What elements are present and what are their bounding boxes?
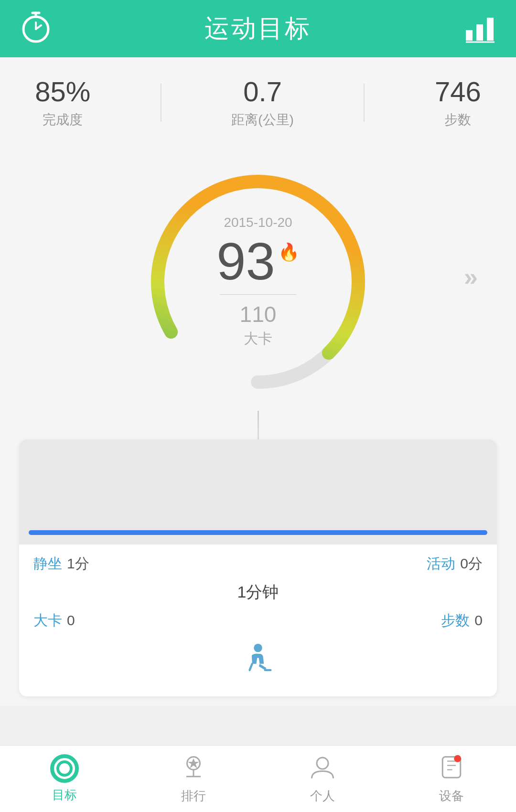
app-header: 运动目标	[0, 0, 516, 57]
progress-circle-section: 2015-10-20 93 🔥 110 大卡 »	[0, 143, 516, 411]
stat-steps: 746 步数	[435, 76, 481, 129]
profile-icon	[308, 753, 337, 784]
calories-value: 0	[67, 612, 75, 629]
nav-item-device[interactable]: 设备	[437, 753, 466, 804]
activity-duration: 1分钟	[33, 581, 483, 603]
stats-row: 85% 完成度 0.7 距离(公里) 746 步数	[0, 57, 516, 143]
svg-line-12	[250, 664, 252, 670]
ranking-icon	[179, 753, 208, 784]
circle-goal: 110	[216, 301, 299, 327]
calories-cell: 大卡 0	[33, 611, 75, 630]
stats-divider-2	[364, 84, 365, 122]
activity-steps-value: 0	[474, 612, 483, 629]
stat-completion: 85% 完成度	[35, 76, 90, 129]
activity-steps-label: 步数	[441, 611, 470, 630]
nav-label-profile: 个人	[310, 788, 335, 804]
nav-item-profile[interactable]: 个人	[308, 753, 337, 804]
nav-item-target[interactable]: 目标	[50, 754, 79, 803]
svg-point-11	[254, 644, 262, 652]
nav-label-target: 目标	[52, 787, 77, 803]
activity-row-2: 大卡 0 步数 0	[33, 611, 483, 630]
stat-distance: 0.7 距离(公里)	[231, 76, 294, 129]
circle-calories: 93 🔥	[216, 235, 299, 288]
circle-unit: 大卡	[216, 329, 299, 349]
svg-point-18	[317, 758, 328, 769]
completion-value: 85%	[35, 76, 90, 107]
progress-circle-wrapper[interactable]: 2015-10-20 93 🔥 110 大卡	[139, 162, 377, 401]
distance-value: 0.7	[231, 76, 294, 107]
calories-label: 大卡	[33, 611, 62, 630]
sitting-cell: 静坐 1分	[33, 554, 89, 574]
svg-point-23	[454, 755, 461, 762]
stats-divider-1	[161, 84, 161, 122]
device-icon-wrapper	[437, 753, 466, 784]
sitting-label: 静坐	[33, 554, 62, 574]
timer-icon	[19, 11, 53, 46]
sitting-person-icon	[33, 638, 483, 692]
circle-center-content: 2015-10-20 93 🔥 110 大卡	[216, 215, 299, 349]
activity-card: 静坐 1分 活动 0分 1分钟 大卡 0 步数 0	[19, 439, 497, 696]
activity-progress-bar	[29, 530, 487, 535]
circle-date: 2015-10-20	[216, 215, 299, 230]
active-cell: 活动 0分	[427, 554, 483, 574]
activity-stats: 静坐 1分 活动 0分 1分钟 大卡 0 步数 0	[19, 545, 497, 696]
page-title: 运动目标	[204, 12, 312, 45]
target-icon	[50, 754, 79, 783]
circle-divider	[220, 294, 296, 295]
distance-label: 距离(公里)	[231, 111, 294, 129]
steps-value: 746	[435, 76, 481, 107]
active-value: 0分	[460, 554, 483, 574]
calories-number: 93	[216, 235, 275, 288]
nav-label-device: 设备	[439, 788, 464, 804]
svg-rect-7	[487, 18, 494, 41]
svg-rect-5	[466, 30, 473, 41]
nav-label-ranking: 排行	[181, 788, 206, 804]
active-label: 活动	[427, 554, 455, 574]
steps-label: 步数	[435, 111, 481, 129]
activity-row-1: 静坐 1分 活动 0分	[33, 554, 483, 574]
activity-steps-cell: 步数 0	[441, 611, 483, 630]
nav-item-ranking[interactable]: 排行	[179, 753, 208, 804]
svg-rect-6	[476, 24, 483, 41]
completion-label: 完成度	[35, 111, 90, 129]
svg-marker-15	[188, 759, 199, 769]
sitting-value: 1分	[67, 554, 89, 574]
bottom-navigation: 目标 排行 个人	[0, 745, 516, 812]
chart-icon[interactable]	[463, 11, 497, 46]
activity-chart-area	[19, 439, 497, 545]
chevron-right-icon[interactable]: »	[464, 263, 478, 291]
fire-icon: 🔥	[278, 244, 300, 261]
